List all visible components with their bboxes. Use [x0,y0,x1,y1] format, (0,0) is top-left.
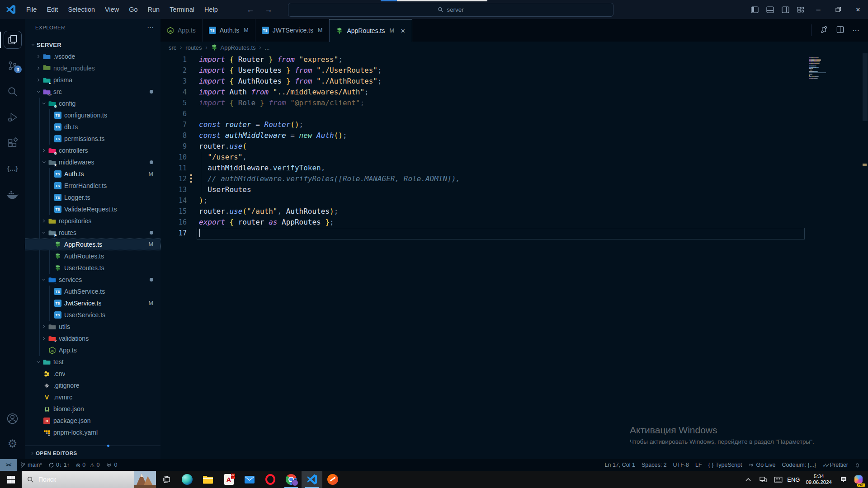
more-actions-icon[interactable]: ⋯ [852,26,860,35]
breadcrumb-item-approutes-ts[interactable]: AppRoutes.ts [211,44,255,51]
menu-help[interactable]: Help [199,6,223,13]
language-mode[interactable]: { }TypeScript [705,459,745,471]
activity-extensions-icon[interactable] [0,132,25,154]
activity-explorer-icon[interactable] [0,29,25,51]
problems-status[interactable]: ⊗0 ⚠0 [73,459,103,471]
taskbar-app-file-explorer[interactable] [198,471,218,488]
tree-item-package-json[interactable]: npackage.json [25,415,160,427]
code-editor[interactable]: 1import { Router } from "express";2impor… [160,53,868,459]
menu-view[interactable]: View [100,6,124,13]
customize-layout-icon[interactable] [793,0,808,19]
breadcrumb-item-routes[interactable]: routes [185,44,202,51]
tree-item-approutes-ts[interactable]: AppRoutes.tsM [25,239,160,250]
taskbar-app-vscode[interactable] [302,471,322,488]
close-button[interactable]: ✕ [848,0,868,19]
minimize-button[interactable]: ─ [808,0,828,19]
tree-item-controllers[interactable]: ⚙controllers [25,145,160,156]
tree-item-validations[interactable]: ✓validations [25,333,160,344]
taskbar-app-mail[interactable] [239,471,260,488]
menu-terminal[interactable]: Terminal [165,6,199,13]
back-arrow-icon[interactable]: ← [246,5,255,14]
menu-edit[interactable]: Edit [42,6,63,13]
taskbar-search[interactable]: Поиск [22,471,156,488]
split-editor-icon[interactable] [836,26,844,35]
activity-docker-icon[interactable] [0,183,25,205]
start-button[interactable] [0,471,22,488]
copilot-icon[interactable]: PRE [853,471,864,488]
toggle-secondary-sidebar-icon[interactable] [778,0,793,19]
prettier-status[interactable]: ✓✓ Prettier [819,459,851,471]
breadcrumb-item--[interactable]: ... [265,44,270,51]
codeium-status[interactable]: Codeium: {...} [779,459,820,471]
eol-sequence[interactable]: LF [692,459,705,471]
tree-item-errorhandler-ts[interactable]: TSErrorHandler.ts [25,180,160,192]
tree-root-server[interactable]: SERVER [25,39,160,51]
tree-item-src[interactable]: <>src [25,86,160,98]
breadcrumb-item-src[interactable]: src [169,44,176,51]
tree-item-configuration-ts[interactable]: TSconfiguration.ts [25,109,160,121]
activity-run-debug-icon[interactable] [0,106,25,128]
clock[interactable]: 5:3409.06.2024 [803,474,835,485]
tree-item--vscode[interactable]: .vscode [25,51,160,62]
tree-item-authservice-ts[interactable]: TSAuthService.ts [25,286,160,297]
editor-scrollbar[interactable] [863,53,868,121]
toggle-panel-icon[interactable] [762,0,778,19]
tree-item-pnpm-lock-yaml[interactable]: pnpm-lock.yaml [25,427,160,438]
tab-app-ts[interactable]: JS App.ts [160,19,203,42]
network-icon[interactable] [757,471,769,488]
tab-jwtservice-ts[interactable]: TS JWTService.tsM [255,19,330,42]
tree-item--nvmrc[interactable]: V.nvmrc [25,391,160,403]
tree-item-prisma[interactable]: ▲prisma [25,74,160,86]
remote-indicator[interactable]: >< [0,459,17,471]
keyboard-icon[interactable] [772,471,784,488]
tab-approutes-ts[interactable]: AppRoutes.tsM✕ [329,19,412,42]
menu-go[interactable]: Go [124,6,142,13]
tree-item-userservice-ts[interactable]: TSUserService.ts [25,309,160,321]
tree-item--env[interactable]: .env [25,368,160,380]
tree-item-app-ts[interactable]: JSApp.ts [25,344,160,356]
activity-account-icon[interactable] [0,408,25,429]
forward-arrow-icon[interactable]: → [264,5,273,14]
tree-item-repositories[interactable]: repositories [25,215,160,227]
taskbar-app-edge[interactable] [177,471,198,488]
command-center-search[interactable]: server [288,3,613,17]
taskbar-app-orange-browser[interactable] [322,471,343,488]
tree-item-auth-ts[interactable]: TSAuth.tsM [25,168,160,180]
search-highlight-image[interactable] [134,471,156,488]
tab-auth-ts[interactable]: TS Auth.tsM [203,19,255,42]
activity-source-control-icon[interactable]: 3 [0,55,25,76]
toggle-sidebar-icon[interactable] [747,0,762,19]
tree-item-logger-ts[interactable]: TSLogger.ts [25,192,160,203]
cursor-position[interactable]: Ln 17, Col 1 [602,459,638,471]
sync-status[interactable]: 0↓ 1↑ [45,459,73,471]
activity-search-icon[interactable] [0,80,25,102]
taskbar-app-autocad[interactable]: A2010 [218,471,239,488]
tree-item-config[interactable]: ⚙config [25,98,160,109]
explorer-actions-icon[interactable]: ⋯ [147,23,154,32]
tree-item-middlewares[interactable]: ★middlewares [25,156,160,168]
tree-item-userroutes-ts[interactable]: UserRoutes.ts [25,262,160,274]
taskbar-app-opera[interactable] [260,471,281,488]
open-editors-section[interactable]: OPEN EDITORS [25,447,160,459]
notification-center-icon[interactable] [838,471,849,488]
language-indicator[interactable]: ENG [787,476,800,483]
go-live-button[interactable]: Go Live [745,459,778,471]
encoding[interactable]: UTF-8 [670,459,692,471]
menu-run[interactable]: Run [143,6,165,13]
indentation[interactable]: Spaces: 2 [638,459,670,471]
tree-item-authroutes-ts[interactable]: AuthRoutes.ts [25,250,160,262]
menu-file[interactable]: File [21,6,42,13]
tree-item--gitignore[interactable]: .gitignore [25,380,160,391]
task-view-button[interactable] [156,471,177,488]
open-changes-icon[interactable] [820,25,828,36]
hidden-icons-chevron[interactable] [742,471,754,488]
close-tab-icon[interactable]: ✕ [401,28,406,34]
tree-item-db-ts[interactable]: TSdb.ts [25,121,160,133]
tree-item-test[interactable]: test [25,356,160,368]
branch-status[interactable]: main* [17,459,45,471]
tree-item-services[interactable]: →services [25,274,160,286]
maximize-button[interactable] [828,0,848,19]
tree-item-permissions-ts[interactable]: TSpermissions.ts [25,133,160,145]
notifications-bell[interactable] [851,459,863,471]
ports-status[interactable]: 0 [103,459,120,471]
